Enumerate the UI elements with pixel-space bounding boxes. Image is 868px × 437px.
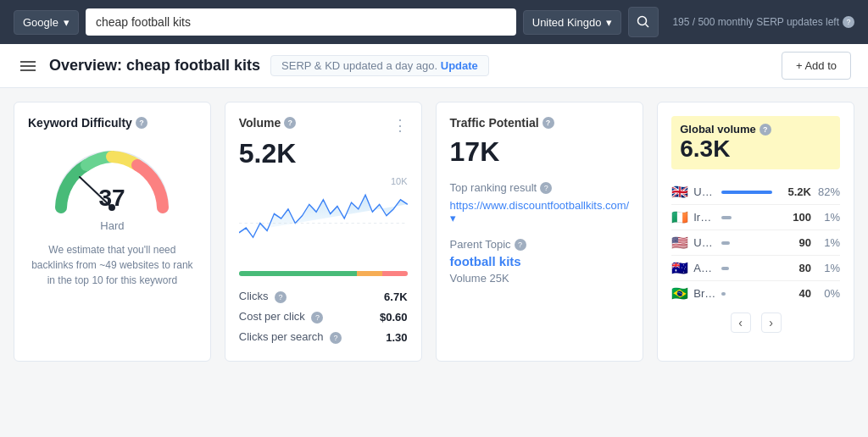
- gauge-number: 37: [99, 185, 125, 211]
- country-row: 🇮🇪 Ireland 100 1%: [671, 205, 840, 230]
- kd-help-icon[interactable]: ?: [136, 117, 147, 129]
- volume-help-icon[interactable]: ?: [284, 117, 296, 129]
- volume-bar: [721, 292, 726, 296]
- country-volume: 90: [781, 236, 811, 249]
- country-pct: 1%: [816, 236, 840, 249]
- cpc-metric: Cost per click ? $0.60: [239, 307, 408, 327]
- traffic-help-icon[interactable]: ?: [542, 117, 554, 129]
- country-name: Australia: [693, 262, 716, 274]
- volume-card: Volume ? ⋮ 5.2K 10K: [225, 102, 422, 362]
- clicks-metric: Clicks ? 6.7K: [239, 286, 408, 307]
- volume-bar: [721, 241, 730, 245]
- country-list: 🇬🇧 United Kin… 5.2K 82% 🇮🇪 Ireland 100 1…: [671, 180, 840, 306]
- country-row: 🇧🇷 Brazil 40 0%: [671, 281, 840, 306]
- search-icon: [637, 15, 650, 29]
- clicks-label: Clicks ?: [239, 290, 287, 303]
- cps-help-icon[interactable]: ?: [330, 332, 342, 344]
- volume-bar-container: [721, 216, 772, 219]
- traffic-value: 17K: [450, 136, 630, 168]
- gauge-svg: 37: [44, 140, 180, 216]
- country-flag: 🇦🇺: [671, 260, 688, 276]
- country-volume: 80: [781, 262, 811, 274]
- country-name: Ireland: [693, 211, 716, 224]
- global-label: Global volume ?: [680, 123, 832, 136]
- serp-help-icon[interactable]: ?: [843, 16, 854, 28]
- country-name: United Kin…: [693, 185, 716, 198]
- volume-bar: [721, 191, 772, 194]
- kd-title: Keyword Difficulty ?: [28, 116, 197, 130]
- clicks-value: 6.7K: [384, 290, 407, 303]
- country-name: Brazil: [693, 287, 716, 300]
- cpc-label: Cost per click ?: [239, 310, 324, 324]
- top-result-label: Top ranking result ?: [450, 181, 630, 194]
- search-engine-select[interactable]: Google ▾: [14, 10, 79, 35]
- clicks-distribution-bar: [239, 271, 408, 276]
- volume-value: 5.2K: [239, 138, 408, 169]
- country-row: 🇬🇧 United Kin… 5.2K 82%: [671, 180, 840, 205]
- cps-label: Clicks per search ?: [239, 330, 342, 344]
- parent-topic-label: Parent Topic ?: [450, 238, 630, 251]
- volume-header: Volume ? ⋮: [239, 116, 408, 135]
- parent-topic-help-icon[interactable]: ?: [515, 239, 526, 251]
- country-pct: 82%: [816, 185, 840, 198]
- chart-max-label: 10K: [391, 176, 408, 186]
- volume-bar-container: [721, 292, 772, 296]
- top-result-url[interactable]: https://www.discountfootballkits.com/ ▾: [450, 199, 630, 224]
- serp-info: 195 / 500 monthly SERP updates left ?: [672, 16, 854, 28]
- traffic-card: Traffic Potential ? 17K Top ranking resu…: [436, 102, 644, 362]
- header-left: Overview: cheap football kits SERP & KD …: [17, 55, 489, 76]
- main-grid: Keyword Difficulty ? 37 Hard We estimate…: [0, 88, 868, 375]
- topbar: Google ▾ United Kingdo ▾ 195 / 500 month…: [0, 0, 868, 44]
- cpc-value: $0.60: [380, 311, 408, 324]
- volume-bar-container: [721, 191, 772, 194]
- clicks-bar-yellow: [357, 271, 382, 276]
- country-volume: 100: [781, 211, 811, 224]
- kd-description: We estimate that you'll need backlinks f…: [28, 242, 197, 288]
- chevron-down-icon: ▾: [606, 16, 612, 29]
- country-flag: 🇺🇸: [671, 235, 688, 251]
- clicks-bar-green: [239, 271, 357, 276]
- clicks-bar-red: [382, 271, 408, 276]
- cpc-help-icon[interactable]: ?: [311, 312, 323, 324]
- country-flag: 🇧🇷: [671, 285, 688, 301]
- global-card: Global volume ? 6.3K 🇬🇧 United Kin… 5.2K…: [657, 102, 854, 362]
- page-header: Overview: cheap football kits SERP & KD …: [0, 44, 868, 88]
- traffic-title: Traffic Potential ?: [450, 116, 630, 130]
- clicks-help-icon[interactable]: ?: [275, 291, 287, 303]
- keyword-input[interactable]: [86, 8, 516, 36]
- difficulty-label: Hard: [28, 219, 197, 232]
- gauge-chart: 37: [44, 140, 180, 216]
- prev-page-button[interactable]: ‹: [731, 313, 751, 333]
- volume-bar-container: [721, 241, 772, 245]
- volume-title: Volume ?: [239, 116, 297, 130]
- volume-chart: 10K: [239, 176, 408, 261]
- country-flag: 🇬🇧: [671, 184, 688, 200]
- parent-topic-link[interactable]: football kits: [450, 254, 630, 268]
- volume-bar-container: [721, 267, 772, 270]
- country-pct: 1%: [816, 211, 840, 224]
- search-engine-label: Google: [23, 16, 58, 29]
- country-select[interactable]: United Kingdo ▾: [523, 10, 622, 35]
- country-row: 🇦🇺 Australia 80 1%: [671, 256, 840, 281]
- top-result-help-icon[interactable]: ?: [540, 182, 552, 194]
- country-label: United Kingdo: [532, 16, 602, 29]
- hamburger-menu[interactable]: [17, 58, 39, 75]
- country-pct: 1%: [816, 262, 840, 274]
- chevron-down-icon: ▾: [64, 16, 70, 29]
- update-link[interactable]: Update: [441, 59, 478, 72]
- search-button[interactable]: [628, 7, 659, 37]
- next-page-button[interactable]: ›: [761, 313, 782, 333]
- country-volume: 5.2K: [781, 185, 811, 198]
- country-pct: 0%: [816, 287, 840, 300]
- add-to-button[interactable]: + Add to: [782, 52, 851, 80]
- volume-bar: [721, 267, 729, 270]
- update-notice: SERP & KD updated a day ago. Update: [270, 55, 489, 76]
- svg-point-0: [638, 17, 647, 25]
- global-header: Global volume ? 6.3K: [671, 116, 840, 169]
- global-help-icon[interactable]: ?: [760, 124, 771, 136]
- country-volume: 40: [781, 287, 811, 300]
- svg-line-1: [646, 25, 649, 28]
- kd-card: Keyword Difficulty ? 37 Hard We estimate…: [14, 102, 211, 362]
- global-value: 6.3K: [680, 136, 832, 163]
- volume-menu[interactable]: ⋮: [392, 116, 408, 135]
